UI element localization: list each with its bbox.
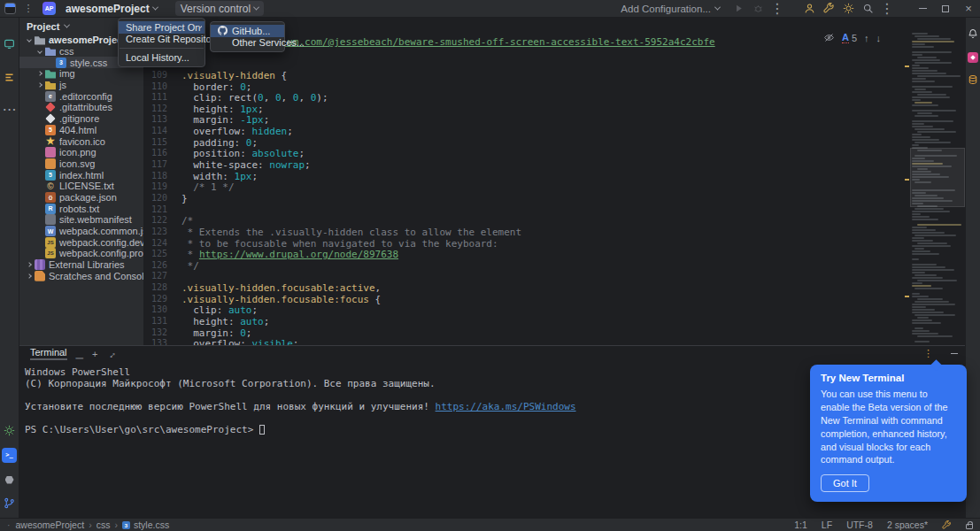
tree-item-webpack-config-prod-js[interactable]: JSwebpack.config.prod.js (19, 248, 143, 259)
code-line[interactable]: 118 width: 1px; (144, 171, 907, 182)
terminal-icon[interactable]: >_ (0, 445, 19, 465)
chevron-expanded-icon[interactable] (25, 38, 34, 42)
code-line[interactable]: 109.visually-hidden { (144, 70, 907, 81)
new-terminal-session-icon[interactable]: + (92, 349, 97, 359)
tree-item-robots-txt[interactable]: Rrobots.txt (19, 203, 143, 214)
settings-gear-icon[interactable] (838, 1, 858, 17)
code-with-me-icon[interactable] (799, 1, 819, 17)
git-branch-icon[interactable] (0, 493, 19, 512)
ai-assistant-icon[interactable] (968, 52, 978, 63)
chevron-collapsed-icon[interactable] (35, 83, 44, 87)
warning-stripe-mark[interactable] (905, 179, 909, 181)
debug-icon[interactable] (748, 1, 768, 17)
main-menu-icon[interactable]: ⋮ (21, 3, 35, 14)
file-encoding[interactable]: UTF-8 (846, 519, 873, 530)
tools-wrench-icon[interactable] (819, 1, 838, 17)
tree-item-favicon-ico[interactable]: ★favicon.ico (19, 135, 143, 147)
terminal-link[interactable]: https://aka.ms/PSWindows (436, 401, 576, 412)
tree-item-icon-svg[interactable]: icon.svg (19, 158, 143, 170)
inspections-widget[interactable]: A5 ↑ ↓ (823, 32, 881, 43)
previous-problem-icon[interactable]: ↑ (864, 33, 869, 43)
chevron-collapsed-icon[interactable] (25, 263, 34, 266)
tree-item--gitattributes[interactable]: .gitattributes (19, 102, 143, 113)
caret-position[interactable]: 1:1 (794, 519, 807, 530)
code-line[interactable]: 113 margin: -1px; (144, 114, 907, 126)
hide-terminal-icon[interactable] (951, 353, 958, 354)
run-icon[interactable] (729, 1, 748, 17)
code-line[interactable]: 112 height: 1px; (144, 104, 907, 115)
code-line[interactable]: 124 * to be focusable when navigated to … (144, 238, 907, 250)
breadcrumb-project[interactable]: awesomeProject (16, 519, 85, 530)
more-tool-windows-icon[interactable]: ⋯ (0, 99, 19, 119)
version-control-menu-button[interactable]: Version control (175, 1, 264, 16)
code-line[interactable]: 115 padding: 0; (144, 137, 907, 149)
menu-item-local-history[interactable]: Local History... (119, 51, 204, 64)
tree-item-index-html[interactable]: 5index.html (19, 169, 143, 181)
code-line[interactable]: 126 */ (144, 260, 907, 272)
readonly-lock-icon[interactable] (966, 524, 973, 529)
more-run-actions-icon[interactable]: ⋮ (768, 1, 787, 17)
search-everywhere-icon[interactable] (858, 1, 877, 17)
code-line[interactable]: 131 height: auto; (144, 316, 907, 327)
chevron-collapsed-icon[interactable] (35, 72, 44, 75)
menu-item-create-git-repository[interactable]: Create Git Repository... (119, 34, 204, 46)
code-line[interactable]: 120} (144, 193, 907, 204)
tree-item--editorconfig[interactable]: e.editorconfig (19, 90, 143, 102)
line-separator[interactable]: LF (822, 519, 832, 530)
tree-item-scratches-and-consoles[interactable]: Scratches and Consoles (19, 270, 143, 281)
code-line[interactable]: 130 clip: auto; (144, 304, 907, 316)
project-icon[interactable] (0, 34, 19, 53)
close-button[interactable]: × (957, 0, 980, 17)
code-area[interactable]: 106 * https://medium.com/@jessebeach/bew… (144, 36, 907, 345)
code-line[interactable]: 123 * Extends the .visually-hidden class… (144, 227, 907, 238)
code-line[interactable]: 114 overflow: hidden; (144, 126, 907, 137)
menu-item-share-project-on[interactable]: Share Project On (119, 21, 204, 34)
code-editor[interactable]: 106 * https://medium.com/@jessebeach/bew… (144, 18, 965, 345)
terminal-options-kebab-icon[interactable]: ⋮ (923, 348, 933, 359)
code-line[interactable]: 122/* (144, 215, 907, 227)
more-actions-icon[interactable]: ⋮ (877, 1, 897, 17)
run-configuration-selector[interactable]: Add Configuration... (621, 4, 720, 14)
tree-item-site-webmanifest[interactable]: site.webmanifest (19, 214, 143, 226)
warning-stripe-mark[interactable] (905, 65, 909, 67)
code-line[interactable]: 111 clip: rect(0, 0, 0, 0); (144, 92, 907, 104)
code-line[interactable]: 108 (144, 58, 907, 70)
code-line[interactable]: 119 /* 1 */ (144, 181, 907, 193)
tree-item-webpack-config-dev-js[interactable]: JSwebpack.config.dev.js (19, 236, 143, 248)
tree-item-license-txt[interactable]: ©LICENSE.txt (19, 181, 143, 192)
breadcrumb-folder[interactable]: css (96, 519, 111, 530)
tree-item-404-html[interactable]: 5404.html (19, 125, 143, 136)
code-line[interactable]: 121 (144, 204, 907, 216)
database-icon[interactable] (968, 73, 978, 88)
minimize-button[interactable] (911, 0, 934, 17)
code-line[interactable]: 132 margin: 0; (144, 327, 907, 339)
tree-item-webpack-common-js[interactable]: Wwebpack.common.js (19, 226, 143, 237)
notifications-bell-icon[interactable] (968, 27, 978, 42)
breadcrumb-file[interactable]: style.css (134, 519, 169, 530)
code-line[interactable]: 129.visually-hidden.focusable:focus { (144, 294, 907, 305)
status-wrench-icon[interactable] (942, 520, 952, 530)
code-line[interactable]: 128.visually-hidden.focusable:active, (144, 282, 907, 294)
chevron-expanded-icon[interactable] (35, 50, 44, 53)
next-problem-icon[interactable]: ↓ (876, 33, 882, 43)
terminal-tab[interactable]: Terminal (30, 347, 67, 360)
tree-item-js[interactable]: js (19, 80, 143, 91)
tree-item-icon-png[interactable]: icon.png (19, 147, 143, 158)
tree-item-external-libraries[interactable]: External Libraries (19, 259, 143, 271)
maximize-button[interactable] (934, 0, 957, 17)
structure-icon[interactable] (0, 67, 19, 87)
got-it-button[interactable]: Got It (821, 474, 869, 492)
code-line[interactable]: 125 * https://www.drupal.org/node/897638 (144, 249, 907, 260)
problems-icon[interactable] (0, 470, 19, 489)
code-line[interactable]: 133 overflow: visible; (144, 338, 907, 345)
tree-item--gitignore[interactable]: .gitignore (19, 113, 143, 125)
warning-stripe-mark[interactable] (905, 296, 909, 297)
tree-item-img[interactable]: img (19, 68, 143, 80)
code-minimap[interactable] (910, 30, 965, 345)
hide-highlighting-eye-icon[interactable] (823, 32, 835, 43)
code-line[interactable]: 117 white-space: nowrap; (144, 159, 907, 171)
menu-item-github[interactable]: GitHub... (211, 25, 284, 37)
chevron-collapsed-icon[interactable] (25, 274, 34, 278)
maximize-terminal-icon[interactable]: ↔ (106, 349, 116, 359)
code-line[interactable]: 127 (144, 271, 907, 282)
